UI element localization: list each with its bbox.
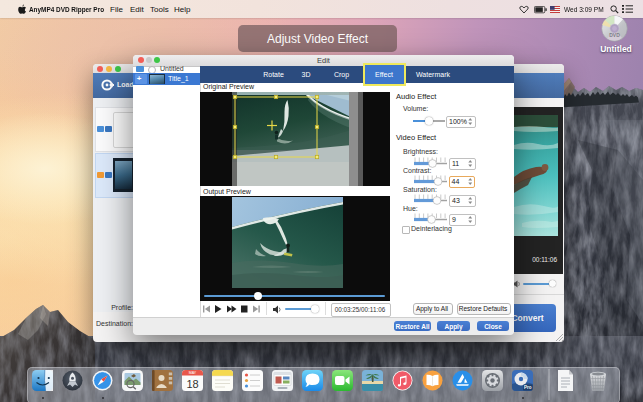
svg-text:Pro: Pro bbox=[524, 385, 532, 390]
svg-text:18: 18 bbox=[186, 378, 198, 390]
svg-text:MAY: MAY bbox=[189, 371, 197, 375]
svg-text:DVD: DVD bbox=[609, 32, 620, 38]
